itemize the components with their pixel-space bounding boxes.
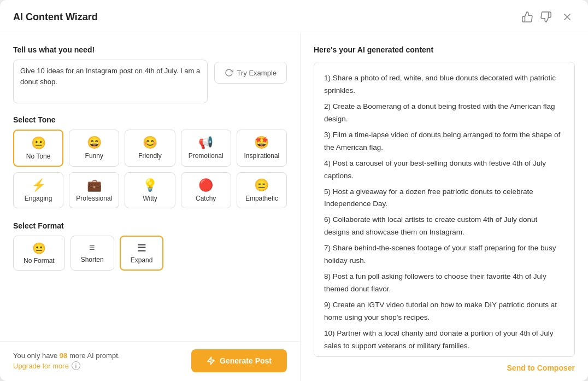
header-actions <box>519 10 575 24</box>
right-panel-footer: Send to Composer <box>314 357 575 381</box>
upgrade-link[interactable]: Upgrade for more i <box>13 361 120 370</box>
tone-card-witty[interactable]: 💡 Witty <box>125 172 175 208</box>
content-line: 1) Share a photo of red, white, and blue… <box>324 72 565 97</box>
format-grid: 😐No Format≡Shorten☰Expand <box>13 236 287 271</box>
send-to-composer-button[interactable]: Send to Composer <box>507 364 575 372</box>
ai-content-box: 1) Share a photo of red, white, and blue… <box>314 62 575 357</box>
content-line: 3) Film a time-lapse video of donuts bei… <box>324 129 565 154</box>
tone-label-no-tone: No Tone <box>26 153 50 160</box>
svg-marker-2 <box>208 357 214 364</box>
tone-card-engaging[interactable]: ⚡ Engaging <box>13 172 63 208</box>
right-panel: Here's your AI generated content 1) Shar… <box>301 32 588 381</box>
tone-grid: 😐 No Tone😄 Funny😊 Friendly📢 Promotional🤩… <box>13 130 287 208</box>
tone-emoji-no-tone: 😐 <box>31 137 46 149</box>
generate-post-label: Generate Post <box>220 356 272 365</box>
thumbs-up-button[interactable] <box>519 10 536 24</box>
modal-header: AI Content Wizard <box>0 0 588 32</box>
format-card-expand[interactable]: ☰Expand <box>120 236 164 271</box>
tone-emoji-professional: 💼 <box>87 179 102 191</box>
tone-card-inspirational[interactable]: 🤩 Inspirational <box>237 130 287 167</box>
content-line: 6) Collaborate with local artists to cre… <box>324 214 565 239</box>
format-section-label: Select Format <box>13 221 287 230</box>
tone-emoji-inspirational: 🤩 <box>254 137 269 149</box>
prompt-count-text: You only have 98 more AI prompt. <box>13 351 120 360</box>
tone-card-promotional[interactable]: 📢 Promotional <box>181 130 231 167</box>
info-icon: i <box>72 361 80 370</box>
tone-card-catchy[interactable]: 🔴 Catchy <box>181 172 231 208</box>
modal-title: AI Content Wizard <box>13 11 98 23</box>
tone-emoji-funny: 😄 <box>87 137 102 149</box>
tone-label-promotional: Promotional <box>189 152 224 160</box>
format-icon-shorten: ≡ <box>89 243 96 253</box>
generate-post-button[interactable]: Generate Post <box>191 349 287 372</box>
format-card-no-format[interactable]: 😐No Format <box>13 236 65 271</box>
tone-label-inspirational: Inspirational <box>244 152 280 160</box>
tone-emoji-friendly: 😊 <box>143 137 157 149</box>
tone-label-witty: Witty <box>143 195 157 202</box>
try-example-label: Try Example <box>237 69 277 77</box>
prompt-count-prefix: You only have <box>13 351 60 360</box>
tone-emoji-engaging: ⚡ <box>31 179 46 191</box>
content-line: 2) Create a Boomerang of a donut being f… <box>324 101 565 126</box>
prompt-label: Tell us what you need! <box>13 45 287 54</box>
tone-emoji-catchy: 🔴 <box>198 179 213 191</box>
content-line: 9) Create an IGTV video tutorial on how … <box>324 299 565 324</box>
tone-emoji-empathetic: 😑 <box>254 179 269 191</box>
format-icon-no-format: 😐 <box>32 243 46 254</box>
thumbs-icons <box>519 10 554 24</box>
ai-content-wizard-modal: AI Content Wizard <box>0 0 588 381</box>
tone-card-professional[interactable]: 💼 Professional <box>69 172 119 208</box>
tone-card-friendly[interactable]: 😊 Friendly <box>125 130 175 167</box>
format-card-shorten[interactable]: ≡Shorten <box>70 236 114 271</box>
content-line: 10) Partner with a local charity and don… <box>324 327 565 353</box>
tone-label-funny: Funny <box>85 152 103 160</box>
left-panel-inner: Tell us what you need! Try Example Selec… <box>0 32 300 341</box>
content-line: 4) Post a carousel of your best-selling … <box>324 157 565 183</box>
upgrade-label: Upgrade for more <box>13 362 69 370</box>
thumbs-down-button[interactable] <box>538 10 554 24</box>
modal-body: Tell us what you need! Try Example Selec… <box>0 32 588 381</box>
prompt-textarea[interactable] <box>13 60 208 103</box>
tone-emoji-witty: 💡 <box>143 179 157 191</box>
format-icon-expand: ☰ <box>137 243 146 253</box>
left-panel-footer: You only have 98 more AI prompt. Upgrade… <box>0 341 300 381</box>
tone-label-engaging: Engaging <box>25 195 52 202</box>
tone-section-label: Select Tone <box>13 115 287 124</box>
format-label-no-format: No Format <box>23 257 55 265</box>
prompt-count-suffix: more AI prompt. <box>67 351 120 360</box>
close-button[interactable] <box>560 10 575 24</box>
tone-label-empathetic: Empathetic <box>245 195 278 202</box>
tone-label-friendly: Friendly <box>138 152 162 160</box>
format-label-expand: Expand <box>131 256 153 264</box>
right-panel-title: Here's your AI generated content <box>314 45 575 54</box>
tone-label-catchy: Catchy <box>196 195 216 202</box>
tone-emoji-promotional: 📢 <box>198 137 213 149</box>
format-label-shorten: Shorten <box>81 256 104 263</box>
content-line: 8) Post a fun poll asking followers to c… <box>324 271 565 296</box>
tone-card-empathetic[interactable]: 😑 Empathetic <box>237 172 287 208</box>
footer-left: You only have 98 more AI prompt. Upgrade… <box>13 351 120 370</box>
input-row: Try Example <box>13 60 287 103</box>
tone-card-funny[interactable]: 😄 Funny <box>69 130 119 167</box>
tone-card-no-tone[interactable]: 😐 No Tone <box>13 130 63 167</box>
tone-label-professional: Professional <box>76 195 112 202</box>
prompt-count: 98 <box>60 351 67 360</box>
content-line: 7) Share behind-the-scenes footage of yo… <box>324 242 565 267</box>
content-line: 5) Host a giveaway for a dozen free patr… <box>324 186 565 211</box>
left-panel: Tell us what you need! Try Example Selec… <box>0 32 301 381</box>
try-example-button[interactable]: Try Example <box>214 62 287 84</box>
